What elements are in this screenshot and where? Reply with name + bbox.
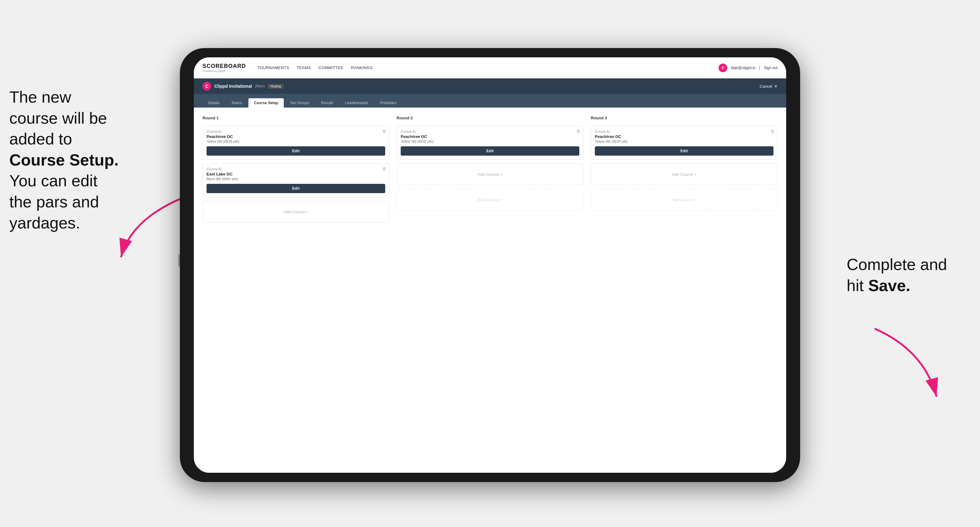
sub-header: C Clippd Invitational (Men) Hosting Canc… bbox=[194, 78, 786, 94]
annotation-left-line6: yardages. bbox=[9, 214, 80, 232]
sign-out-link[interactable]: Sign out bbox=[764, 66, 778, 70]
round-2-add-course-label: Add Course + bbox=[477, 172, 503, 177]
round-2-add-course-button[interactable]: Add Course + bbox=[397, 163, 583, 185]
user-email: blair@clippd.io bbox=[731, 66, 756, 70]
tab-details[interactable]: Details bbox=[202, 98, 225, 108]
round-1-add-course-label: Add Course + bbox=[283, 210, 308, 214]
round-1-course-b-card: 🗑 (Course B) East Lake GC Black (M) (689… bbox=[202, 163, 389, 197]
round-1-course-a-edit-button[interactable]: Edit bbox=[207, 146, 385, 156]
round-1-course-a-delete-icon[interactable]: 🗑 bbox=[382, 129, 387, 133]
user-avatar: B bbox=[719, 63, 727, 72]
round-1-add-course-button[interactable]: Add Course + bbox=[202, 201, 389, 222]
close-icon: ✕ bbox=[774, 84, 778, 89]
rounds-grid: Round 1 🗑 (Course A) Peachtree GC Yellow… bbox=[202, 116, 778, 222]
tab-tee-groups[interactable]: Tee Groups bbox=[285, 98, 315, 108]
round-1-column: Round 1 🗑 (Course A) Peachtree GC Yellow… bbox=[202, 116, 389, 222]
round-2-course-a-delete-icon[interactable]: 🗑 bbox=[576, 129, 581, 133]
round-1-course-a-name: Peachtree GC bbox=[207, 134, 385, 139]
tablet-screen: SCOREBOARD Powered by clippd TOURNAMENTS… bbox=[194, 57, 786, 473]
round-3-course-a-name: Peachtree GC bbox=[595, 134, 773, 139]
cancel-label: Cancel bbox=[760, 84, 772, 89]
round-1-course-b-name: East Lake GC bbox=[207, 172, 385, 176]
round-3-course-a-details: Yellow (M) (6629 yds) bbox=[595, 140, 773, 143]
annotation-left-line4: You can edit bbox=[9, 172, 97, 190]
nav-left: SCOREBOARD Powered by clippd TOURNAMENTS… bbox=[202, 63, 373, 73]
round-3-column: Round 3 🗑 (Course A) Peachtree GC Yellow… bbox=[591, 116, 778, 222]
round-3-add-course-button[interactable]: Add Course + bbox=[591, 163, 778, 185]
round-1-course-a-card: 🗑 (Course A) Peachtree GC Yellow (M) (66… bbox=[202, 126, 389, 160]
round-2-course-a-tag: (Course A) bbox=[401, 130, 579, 133]
round-2-add-course-button-2: Add Course + bbox=[397, 189, 583, 211]
powered-by-label: Powered by clippd bbox=[202, 70, 246, 73]
round-3-label: Round 3 bbox=[591, 116, 778, 120]
tournament-name: Clippd Invitational bbox=[214, 84, 252, 89]
annotation-right: Complete and hit Save. bbox=[846, 254, 971, 296]
round-2-course-a-name: Peachtree GC bbox=[401, 134, 579, 139]
nav-link-tournaments[interactable]: TOURNAMENTS bbox=[257, 65, 289, 70]
annotation-right-line1: Complete and bbox=[846, 256, 947, 273]
round-1-course-a-tag: (Course A) bbox=[207, 130, 385, 133]
tab-leaderboards[interactable]: Leaderboards bbox=[340, 98, 374, 108]
round-1-course-b-details: Black (M) (6891 yds) bbox=[207, 177, 385, 181]
annotation-left-line5: the pars and bbox=[9, 193, 99, 211]
round-1-course-b-edit-button[interactable]: Edit bbox=[207, 184, 385, 193]
round-3-add-course-label-2: Add Course + bbox=[672, 197, 697, 202]
separator: | bbox=[759, 66, 760, 70]
tablet-frame: SCOREBOARD Powered by clippd TOURNAMENTS… bbox=[180, 48, 800, 482]
round-2-add-course-label-2: Add Course + bbox=[477, 197, 503, 202]
round-1-label: Round 1 bbox=[202, 116, 389, 120]
top-nav: SCOREBOARD Powered by clippd TOURNAMENTS… bbox=[194, 57, 786, 78]
annotation-left-line1: The new bbox=[9, 88, 71, 106]
nav-link-committee[interactable]: COMMITTEE bbox=[318, 65, 344, 70]
round-2-course-a-card: 🗑 (Course A) Peachtree GC Yellow (M) (66… bbox=[397, 126, 583, 160]
round-2-column: Round 2 🗑 (Course A) Peachtree GC Yellow… bbox=[397, 116, 583, 222]
round-1-course-b-delete-icon[interactable]: 🗑 bbox=[382, 166, 387, 171]
nav-links: TOURNAMENTS TEAMS COMMITTEE RANKINGS bbox=[257, 65, 373, 70]
scoreboard-logo: SCOREBOARD Powered by clippd bbox=[202, 63, 246, 73]
round-3-add-course-label: Add Course + bbox=[672, 172, 697, 177]
nav-link-rankings[interactable]: RANKINGS bbox=[351, 65, 372, 70]
nav-right: B blair@clippd.io | Sign out bbox=[719, 63, 778, 72]
tab-teams[interactable]: Teams bbox=[226, 98, 248, 108]
tournament-info: C Clippd Invitational (Men) Hosting bbox=[202, 82, 283, 90]
tab-bar: Details Teams Course Setup Tee Groups Re… bbox=[194, 94, 786, 108]
hosting-badge: Hosting bbox=[268, 84, 283, 89]
round-3-course-a-card: 🗑 (Course A) Peachtree GC Yellow (M) (66… bbox=[591, 126, 778, 160]
tab-course-setup[interactable]: Course Setup bbox=[248, 98, 284, 108]
round-2-label: Round 2 bbox=[397, 116, 583, 120]
tab-results[interactable]: Results bbox=[315, 98, 339, 108]
nav-link-teams[interactable]: TEAMS bbox=[296, 65, 311, 70]
round-1-course-b-tag: (Course B) bbox=[207, 167, 385, 171]
annotation-left-bold: Course Setup. bbox=[9, 151, 119, 169]
cancel-button[interactable]: Cancel ✕ bbox=[760, 84, 778, 89]
round-2-course-a-edit-button[interactable]: Edit bbox=[401, 146, 579, 156]
annotation-left-line3: added to bbox=[9, 130, 72, 148]
annotation-right-line2: hit bbox=[846, 276, 868, 295]
main-content: Round 1 🗑 (Course A) Peachtree GC Yellow… bbox=[194, 108, 786, 473]
tournament-gender: (Men) bbox=[255, 84, 264, 88]
tab-printables[interactable]: Printables bbox=[374, 98, 402, 108]
annotation-left-line2: course will be bbox=[9, 109, 107, 127]
round-3-course-a-delete-icon[interactable]: 🗑 bbox=[770, 129, 775, 133]
round-3-course-a-tag: (Course A) bbox=[595, 130, 773, 133]
scoreboard-title: SCOREBOARD bbox=[202, 63, 246, 70]
round-2-course-a-details: Yellow (M) (6629 yds) bbox=[401, 140, 579, 143]
round-3-add-course-button-2: Add Course + bbox=[591, 189, 778, 211]
arrow-right bbox=[850, 325, 949, 406]
round-1-course-a-details: Yellow (M) (6629 yds) bbox=[207, 140, 385, 143]
clippd-logo: C bbox=[202, 82, 211, 90]
annotation-right-bold: Save. bbox=[868, 276, 910, 295]
round-3-course-a-edit-button[interactable]: Edit bbox=[595, 146, 773, 156]
